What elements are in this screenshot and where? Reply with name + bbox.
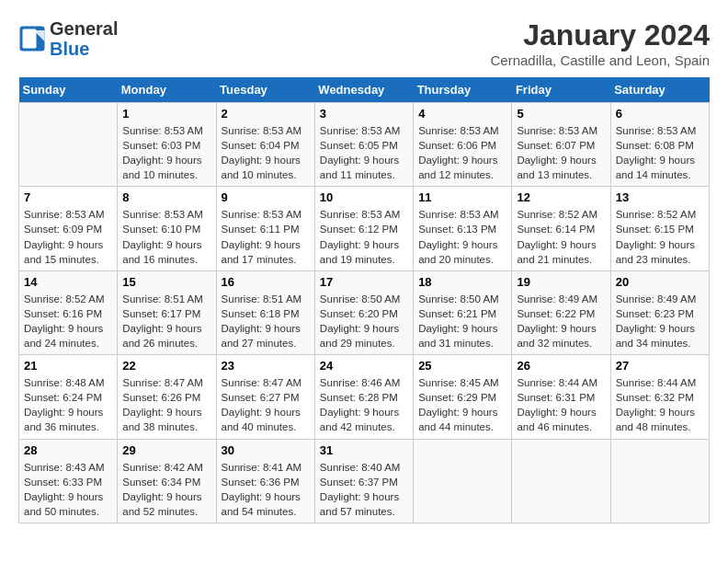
- day-info: Sunrise: 8:50 AMSunset: 6:21 PMDaylight:…: [418, 292, 506, 350]
- calendar-cell: 26Sunrise: 8:44 AMSunset: 6:31 PMDayligh…: [512, 355, 610, 439]
- day-info: Sunrise: 8:44 AMSunset: 6:31 PMDaylight:…: [517, 375, 605, 434]
- day-number: 22: [122, 359, 210, 373]
- day-number: 30: [222, 443, 310, 457]
- day-number: 2: [222, 107, 310, 121]
- calendar-week-row: 14Sunrise: 8:52 AMSunset: 6:16 PMDayligh…: [19, 270, 710, 354]
- day-info: Sunrise: 8:46 AMSunset: 6:28 PMDaylight:…: [320, 375, 408, 434]
- calendar-cell: 5Sunrise: 8:53 AMSunset: 6:07 PMDaylight…: [512, 103, 610, 187]
- day-number: 31: [320, 443, 408, 457]
- day-info: Sunrise: 8:53 AMSunset: 6:07 PMDaylight:…: [517, 123, 605, 182]
- day-info: Sunrise: 8:49 AMSunset: 6:23 PMDaylight:…: [616, 292, 704, 350]
- calendar-cell: 28Sunrise: 8:43 AMSunset: 6:33 PMDayligh…: [19, 439, 118, 523]
- day-info: Sunrise: 8:53 AMSunset: 6:09 PMDaylight:…: [24, 207, 112, 266]
- day-number: 25: [418, 359, 506, 373]
- day-info: Sunrise: 8:52 AMSunset: 6:14 PMDaylight:…: [517, 207, 605, 266]
- day-info: Sunrise: 8:53 AMSunset: 6:08 PMDaylight:…: [616, 123, 704, 182]
- calendar-cell: 24Sunrise: 8:46 AMSunset: 6:28 PMDayligh…: [314, 355, 413, 439]
- calendar-week-row: 7Sunrise: 8:53 AMSunset: 6:09 PMDaylight…: [19, 187, 710, 270]
- day-info: Sunrise: 8:51 AMSunset: 6:17 PMDaylight:…: [122, 292, 210, 350]
- calendar-cell: 14Sunrise: 8:52 AMSunset: 6:16 PMDayligh…: [19, 270, 118, 354]
- day-number: 3: [320, 107, 408, 121]
- day-number: 21: [24, 359, 112, 373]
- day-number: 16: [222, 275, 310, 289]
- day-info: Sunrise: 8:53 AMSunset: 6:11 PMDaylight:…: [222, 207, 310, 266]
- header-friday: Friday: [512, 77, 610, 103]
- calendar-cell: 4Sunrise: 8:53 AMSunset: 6:06 PMDaylight…: [414, 103, 512, 187]
- calendar-cell: 8Sunrise: 8:53 AMSunset: 6:10 PMDaylight…: [118, 187, 216, 270]
- calendar-cell: 18Sunrise: 8:50 AMSunset: 6:21 PMDayligh…: [414, 270, 512, 354]
- day-info: Sunrise: 8:53 AMSunset: 6:03 PMDaylight:…: [122, 123, 210, 182]
- calendar-cell: [512, 439, 610, 523]
- calendar-cell: 6Sunrise: 8:53 AMSunset: 6:08 PMDaylight…: [610, 103, 709, 187]
- calendar-cell: 25Sunrise: 8:45 AMSunset: 6:29 PMDayligh…: [414, 355, 512, 439]
- calendar-cell: 15Sunrise: 8:51 AMSunset: 6:17 PMDayligh…: [118, 270, 216, 354]
- day-number: 7: [24, 190, 112, 204]
- calendar-cell: 7Sunrise: 8:53 AMSunset: 6:09 PMDaylight…: [19, 187, 118, 270]
- day-number: 12: [517, 190, 605, 204]
- day-number: 19: [517, 275, 605, 289]
- main-title: January 2024: [491, 18, 710, 52]
- calendar-cell: [610, 439, 709, 523]
- svg-rect-2: [23, 29, 37, 49]
- day-info: Sunrise: 8:45 AMSunset: 6:29 PMDaylight:…: [418, 375, 506, 434]
- calendar-header-row: SundayMondayTuesdayWednesdayThursdayFrid…: [19, 77, 710, 103]
- calendar-cell: 29Sunrise: 8:42 AMSunset: 6:34 PMDayligh…: [118, 439, 216, 523]
- day-number: 1: [122, 107, 210, 121]
- day-info: Sunrise: 8:47 AMSunset: 6:27 PMDaylight:…: [222, 375, 310, 434]
- day-number: 18: [418, 275, 506, 289]
- calendar-cell: 2Sunrise: 8:53 AMSunset: 6:04 PMDaylight…: [216, 103, 314, 187]
- header-sunday: Sunday: [19, 77, 118, 103]
- calendar-cell: 11Sunrise: 8:53 AMSunset: 6:13 PMDayligh…: [414, 187, 512, 270]
- day-info: Sunrise: 8:42 AMSunset: 6:34 PMDaylight:…: [122, 460, 210, 519]
- header-saturday: Saturday: [610, 77, 709, 103]
- day-number: 9: [222, 190, 310, 204]
- calendar-week-row: 1Sunrise: 8:53 AMSunset: 6:03 PMDaylight…: [19, 103, 710, 187]
- day-number: 10: [320, 190, 408, 204]
- calendar-cell: 31Sunrise: 8:40 AMSunset: 6:37 PMDayligh…: [314, 439, 413, 523]
- day-number: 6: [616, 107, 704, 121]
- calendar-cell: 12Sunrise: 8:52 AMSunset: 6:14 PMDayligh…: [512, 187, 610, 270]
- day-number: 14: [24, 275, 112, 289]
- calendar-table: SundayMondayTuesdayWednesdayThursdayFrid…: [18, 77, 710, 523]
- header-wednesday: Wednesday: [314, 77, 413, 103]
- page-header: General Blue January 2024 Cernadilla, Ca…: [18, 18, 710, 68]
- logo: General Blue: [18, 18, 118, 59]
- day-number: 26: [517, 359, 605, 373]
- title-block: January 2024 Cernadilla, Castille and Le…: [491, 18, 710, 68]
- day-number: 17: [320, 275, 408, 289]
- day-info: Sunrise: 8:53 AMSunset: 6:06 PMDaylight:…: [418, 123, 506, 182]
- day-number: 11: [418, 190, 506, 204]
- day-number: 29: [122, 443, 210, 457]
- day-info: Sunrise: 8:53 AMSunset: 6:10 PMDaylight:…: [122, 207, 210, 266]
- logo-text: General Blue: [50, 18, 118, 59]
- day-info: Sunrise: 8:51 AMSunset: 6:18 PMDaylight:…: [222, 292, 310, 350]
- day-info: Sunrise: 8:47 AMSunset: 6:26 PMDaylight:…: [122, 375, 210, 434]
- header-thursday: Thursday: [414, 77, 512, 103]
- header-monday: Monday: [118, 77, 216, 103]
- day-info: Sunrise: 8:53 AMSunset: 6:12 PMDaylight:…: [320, 207, 408, 266]
- calendar-cell: 21Sunrise: 8:48 AMSunset: 6:24 PMDayligh…: [19, 355, 118, 439]
- calendar-cell: [414, 439, 512, 523]
- day-info: Sunrise: 8:52 AMSunset: 6:15 PMDaylight:…: [616, 207, 704, 266]
- calendar-cell: [19, 103, 118, 187]
- day-number: 8: [122, 190, 210, 204]
- day-number: 4: [418, 107, 506, 121]
- calendar-cell: 20Sunrise: 8:49 AMSunset: 6:23 PMDayligh…: [610, 270, 709, 354]
- subtitle: Cernadilla, Castille and Leon, Spain: [491, 52, 710, 68]
- day-info: Sunrise: 8:43 AMSunset: 6:33 PMDaylight:…: [24, 460, 112, 519]
- day-info: Sunrise: 8:41 AMSunset: 6:36 PMDaylight:…: [222, 460, 310, 519]
- day-number: 15: [122, 275, 210, 289]
- calendar-cell: 30Sunrise: 8:41 AMSunset: 6:36 PMDayligh…: [216, 439, 314, 523]
- day-number: 27: [616, 359, 704, 373]
- day-info: Sunrise: 8:52 AMSunset: 6:16 PMDaylight:…: [24, 292, 112, 350]
- calendar-cell: 22Sunrise: 8:47 AMSunset: 6:26 PMDayligh…: [118, 355, 216, 439]
- day-info: Sunrise: 8:40 AMSunset: 6:37 PMDaylight:…: [320, 460, 408, 519]
- calendar-cell: 19Sunrise: 8:49 AMSunset: 6:22 PMDayligh…: [512, 270, 610, 354]
- calendar-week-row: 28Sunrise: 8:43 AMSunset: 6:33 PMDayligh…: [19, 439, 710, 523]
- logo-icon: [18, 25, 46, 52]
- calendar-week-row: 21Sunrise: 8:48 AMSunset: 6:24 PMDayligh…: [19, 355, 710, 439]
- day-info: Sunrise: 8:53 AMSunset: 6:05 PMDaylight:…: [320, 123, 408, 182]
- day-info: Sunrise: 8:53 AMSunset: 6:04 PMDaylight:…: [222, 123, 310, 182]
- day-number: 23: [222, 359, 310, 373]
- day-info: Sunrise: 8:50 AMSunset: 6:20 PMDaylight:…: [320, 292, 408, 350]
